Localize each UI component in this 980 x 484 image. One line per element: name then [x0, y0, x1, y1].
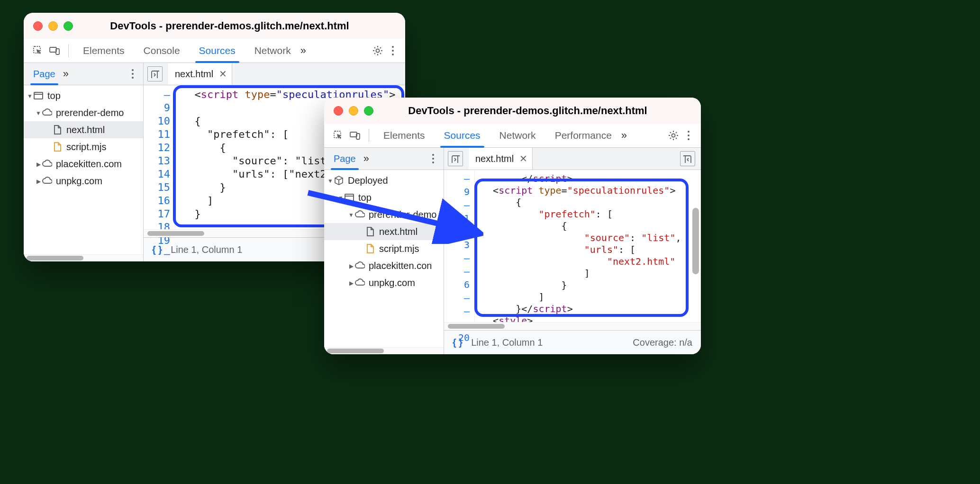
- file-tab-name: next.html: [175, 69, 213, 80]
- cloud-icon: [354, 260, 365, 271]
- sources-sidebar: Page » top prerender-demo: [24, 63, 144, 261]
- gutter: – 9 10 11 12 13 14 15 16 17 18 19 –: [144, 85, 175, 229]
- file-tree: Deployed top prerender-demo next.html: [324, 170, 444, 347]
- minimize-icon[interactable]: [349, 106, 358, 116]
- disclosure-right-icon[interactable]: [35, 160, 42, 168]
- code-editor: next.html ✕ – 9 – 1 – 3 – – 6 –: [444, 148, 701, 354]
- tree-item-top[interactable]: top: [24, 87, 143, 104]
- window-title: DevTools - prerender-demos.glitch.me/nex…: [364, 105, 691, 117]
- close-icon[interactable]: [334, 106, 343, 116]
- inspect-icon[interactable]: [29, 42, 46, 59]
- status-bar: { } Line 1, Column 1 Coverage: n/a: [444, 330, 701, 354]
- kebab-menu-icon[interactable]: [688, 134, 690, 136]
- main-tabs: Elements Console Sources Network »: [24, 39, 405, 63]
- tree-item-file[interactable]: script.mjs: [24, 138, 143, 155]
- tab-elements[interactable]: Elements: [73, 39, 134, 63]
- frame-icon: [33, 90, 44, 101]
- tree-item-file[interactable]: next.html: [324, 223, 444, 240]
- disclosure-right-icon[interactable]: [348, 279, 354, 287]
- sources-sidebar: Page » Deployed top: [324, 148, 444, 354]
- tab-console[interactable]: Console: [134, 39, 190, 63]
- tab-network[interactable]: Network: [490, 124, 545, 147]
- tree-item-file[interactable]: next.html: [24, 121, 143, 138]
- cloud-icon: [42, 108, 52, 118]
- disclosure-right-icon[interactable]: [35, 177, 42, 185]
- chevron-more-icon[interactable]: »: [621, 129, 627, 142]
- close-icon[interactable]: [33, 21, 43, 31]
- cursor-position: Line 1, Column 1: [471, 337, 543, 348]
- cloud-icon: [354, 209, 365, 220]
- toggle-navigator-icon[interactable]: [147, 66, 163, 81]
- tab-sources[interactable]: Sources: [435, 124, 490, 147]
- disclosure-down-icon[interactable]: [27, 92, 33, 99]
- tab-network[interactable]: Network: [245, 39, 300, 63]
- cloud-icon: [42, 176, 52, 186]
- tree-item-domain[interactable]: placekitten.com: [24, 155, 143, 172]
- tree-item-deployed[interactable]: Deployed: [324, 172, 444, 189]
- kebab-menu-icon[interactable]: [132, 73, 134, 75]
- coverage-label: Coverage: n/a: [633, 337, 692, 348]
- file-tab-name: next.html: [475, 153, 514, 164]
- toggle-navigator-icon[interactable]: [448, 151, 463, 166]
- file-tab[interactable]: next.html ✕: [469, 148, 533, 170]
- gear-icon[interactable]: [665, 127, 682, 144]
- chevron-more-icon[interactable]: »: [300, 45, 306, 57]
- kebab-menu-icon[interactable]: [392, 50, 394, 52]
- tree-item-domain[interactable]: unpkg.com: [324, 274, 444, 291]
- device-toggle-icon[interactable]: [347, 127, 364, 144]
- code-area[interactable]: – 9 – 1 – 3 – – 6 – – – 20 </script> <sc…: [444, 170, 701, 322]
- disclosure-down-icon[interactable]: [337, 194, 344, 201]
- vertical-scrollbar[interactable]: [692, 208, 699, 274]
- kebab-menu-icon[interactable]: [432, 158, 434, 160]
- tree-item-domain[interactable]: placekitten.con: [324, 257, 444, 274]
- file-icon: [52, 125, 63, 135]
- tree-item-top[interactable]: top: [324, 189, 444, 206]
- chevron-more-icon[interactable]: »: [63, 68, 69, 80]
- horizontal-scrollbar[interactable]: [444, 322, 701, 330]
- tree-item-file[interactable]: script.mjs: [324, 240, 444, 257]
- main-tabs: Elements Sources Network Performance »: [324, 124, 701, 148]
- minimize-icon[interactable]: [48, 21, 58, 31]
- sidebar-tab-page[interactable]: Page: [27, 63, 61, 85]
- file-icon: [52, 142, 63, 152]
- tab-elements[interactable]: Elements: [374, 124, 435, 147]
- gear-icon[interactable]: [369, 42, 386, 59]
- cloud-icon: [42, 159, 52, 169]
- horizontal-scrollbar[interactable]: [24, 254, 143, 261]
- tab-performance[interactable]: Performance: [545, 124, 621, 147]
- device-toggle-icon[interactable]: [46, 42, 64, 59]
- window-title: DevTools - prerender-demos.glitch.me/nex…: [64, 20, 396, 32]
- toggle-debugger-icon[interactable]: [680, 151, 695, 166]
- disclosure-down-icon[interactable]: [348, 211, 354, 218]
- gutter: – 9 – 1 – 3 – – 6 – – – 20: [444, 170, 475, 322]
- file-tab[interactable]: next.html ✕: [168, 63, 232, 85]
- inspect-icon[interactable]: [330, 127, 347, 144]
- devtools-window-2: DevTools - prerender-demos.glitch.me/nex…: [324, 98, 701, 354]
- tab-sources[interactable]: Sources: [190, 39, 245, 63]
- titlebar: DevTools - prerender-demos.glitch.me/nex…: [24, 13, 405, 39]
- disclosure-down-icon[interactable]: [327, 177, 334, 184]
- frame-icon: [344, 192, 354, 203]
- file-tree: top prerender-demo next.html script.mjs: [24, 85, 143, 254]
- cube-icon: [334, 175, 344, 186]
- tree-item-domain[interactable]: prerender-demo: [324, 206, 444, 223]
- titlebar: DevTools - prerender-demos.glitch.me/nex…: [324, 98, 701, 124]
- disclosure-down-icon[interactable]: [35, 109, 42, 117]
- sidebar-tab-page[interactable]: Page: [328, 148, 362, 170]
- tree-item-domain[interactable]: unpkg.com: [24, 172, 143, 189]
- file-icon: [365, 243, 375, 254]
- close-tab-icon[interactable]: ✕: [519, 153, 527, 164]
- file-icon: [365, 226, 375, 237]
- tree-item-domain[interactable]: prerender-demo: [24, 104, 143, 121]
- cursor-position: Line 1, Column 1: [171, 244, 242, 255]
- chevron-more-icon[interactable]: »: [363, 152, 369, 165]
- disclosure-right-icon[interactable]: [348, 262, 354, 269]
- close-tab-icon[interactable]: ✕: [219, 68, 227, 80]
- cloud-icon: [354, 278, 365, 288]
- horizontal-scrollbar[interactable]: [324, 347, 444, 354]
